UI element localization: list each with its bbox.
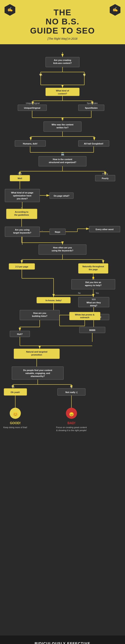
svg-text:Spun/Stolen: Spun/Stolen (87, 102, 98, 104)
svg-text:😊: 😊 (13, 412, 18, 417)
svg-text:shareworthy?: shareworthy? (30, 375, 45, 377)
svg-text:you done?: you done? (17, 198, 28, 200)
svg-text:How often are you: How often are you (53, 246, 72, 249)
svg-text:target keywords?: target keywords? (13, 232, 31, 234)
footer: RIDICULOUSLY EFFECTIVE CONTENT MARKETING… (0, 636, 125, 644)
svg-text:outreach: outreach (80, 316, 90, 319)
svg-text:What are they: What are they (86, 301, 101, 304)
svg-text:Every other word: Every other word (96, 228, 114, 230)
header-title-line3: GUIDE TO SEO (4, 26, 121, 35)
header-subtitle: [The Right Way] in 2018 (4, 37, 121, 40)
svg-text:structured and organized?: structured and organized? (49, 161, 76, 164)
svg-text:No: No (83, 74, 86, 76)
svg-text:Poorly: Poorly (102, 173, 108, 175)
svg-text:No: No (78, 292, 81, 294)
header-title-line2: NO B.S. (4, 17, 121, 26)
header: ✍ ✍ THE NO B.S. GUIDE TO SEO [The Right … (0, 0, 125, 44)
svg-text:In-house, baby!: In-house, baby! (46, 299, 62, 302)
svg-text:Did you hire an: Did you hire an (85, 281, 101, 284)
svg-text:the page: the page (89, 268, 98, 270)
svg-text:Well: Well (18, 173, 22, 175)
svg-text:Poorly: Poorly (102, 177, 109, 180)
svg-text:✍: ✍ (7, 7, 13, 12)
svg-text:agency to help?: agency to help? (85, 284, 102, 286)
svg-text:→: → (41, 229, 43, 232)
svg-text:Humans, duh!: Humans, duh! (23, 142, 37, 145)
svg-text:Oh yeah!: Oh yeah! (10, 391, 20, 394)
svg-text:BAD!: BAD! (68, 422, 76, 425)
svg-text:$$$$$: $$$$$ (89, 329, 96, 331)
svg-text:😠: 😠 (69, 412, 74, 417)
svg-text:On-page what?: On-page what? (54, 195, 70, 197)
svg-text:Yes: Yes (96, 292, 99, 294)
svg-text:Spun/Stolen: Spun/Stolen (85, 107, 98, 109)
svg-text:According to: According to (15, 211, 28, 213)
flowchart-svg: .node-box { fill: #3c3c3c; stroke: #666;… (2, 46, 123, 632)
svg-text:All hail Googlebot!: All hail Googlebot! (84, 142, 103, 145)
svg-text:doing?: doing? (90, 304, 98, 307)
svg-text:Natural and targeted: Natural and targeted (26, 350, 48, 353)
svg-text:How are you: How are you (33, 312, 46, 314)
svg-text:What kind of: What kind of (56, 90, 69, 92)
svg-text:???: ??? (92, 298, 96, 301)
svg-text:Unique/Original: Unique/Original (24, 107, 40, 109)
svg-text:kick-ass content?: kick-ass content? (53, 62, 72, 64)
svg-text:2-3 per page: 2-3 per page (16, 266, 28, 268)
svg-text:👷: 👷 (92, 276, 95, 280)
svg-text:✍: ✍ (112, 7, 118, 12)
svg-text:content?: content? (58, 92, 67, 95)
svg-text:Focus on creating great conten: Focus on creating great content (56, 426, 87, 428)
svg-text:& showing it to the right peop: & showing it to the right people! (56, 429, 86, 432)
svg-text:Unique/Original: Unique/Original (26, 102, 40, 104)
svg-text:optimization have: optimization have (13, 194, 32, 197)
svg-text:promotion: promotion (31, 354, 42, 356)
header-icons: ✍ ✍ (4, 4, 121, 16)
svg-text:Are you creating: Are you creating (54, 59, 71, 61)
svg-text:White-hat promo &: White-hat promo & (75, 314, 94, 316)
svg-text:How is the content: How is the content (53, 158, 72, 160)
svg-text:Are you using: Are you using (15, 228, 29, 231)
svg-text:What kind of on-page: What kind of on-page (11, 192, 33, 194)
svg-text:Huh?: Huh? (17, 333, 22, 335)
svg-text:valuable, engaging, and: valuable, engaging, and (26, 372, 50, 374)
svg-text:Keep doing more of that!: Keep doing more of that! (3, 426, 27, 428)
svg-text:Naturally throughout: Naturally throughout (82, 265, 104, 268)
svg-text:Well: Well (18, 177, 22, 180)
svg-text:Nope: Nope (55, 231, 60, 233)
left-badge-icon: ✍ (4, 4, 16, 16)
svg-text:GOOD!: GOOD! (10, 422, 21, 425)
svg-text:building links?: building links? (32, 315, 48, 317)
svg-text:Yes: Yes (11, 386, 14, 388)
svg-text:Do people find your content: Do people find your content (23, 369, 52, 372)
svg-text:the guidelines: the guidelines (14, 214, 29, 216)
svg-text:No: No (70, 386, 73, 388)
svg-text:Not really :(: Not really :( (66, 391, 78, 394)
svg-text:Yes: Yes (39, 74, 42, 76)
svg-text:written for?: written for? (56, 126, 69, 129)
right-badge-icon: ✍ (109, 4, 121, 16)
svg-text:using the keywords?: using the keywords? (52, 250, 74, 252)
svg-text:💻: 💻 (61, 152, 64, 156)
svg-text:✓: ✓ (21, 206, 23, 209)
svg-rect-133 (70, 312, 100, 320)
svg-text:Who was the content: Who was the content (52, 124, 74, 126)
svg-text:⚠: ⚠ (61, 118, 64, 121)
footer-title-line1: RIDICULOUSLY EFFECTIVE (4, 642, 121, 644)
